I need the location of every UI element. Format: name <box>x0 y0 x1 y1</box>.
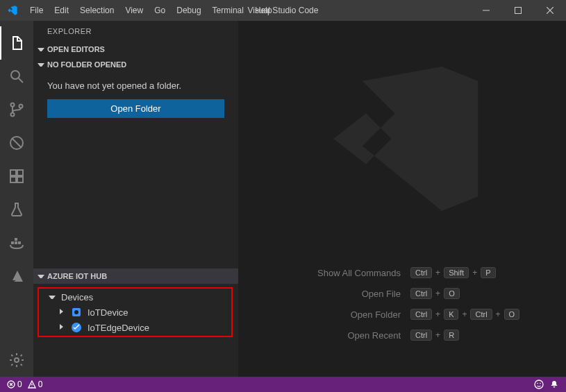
devices-label: Devices <box>61 292 93 302</box>
activity-extensions[interactable] <box>0 160 33 193</box>
svg-rect-14 <box>15 238 17 241</box>
activity-explorer[interactable] <box>0 26 33 60</box>
warning-icon <box>28 380 36 389</box>
svg-rect-10 <box>17 170 23 176</box>
menu-file[interactable]: File <box>24 0 49 21</box>
chevron-down-icon <box>49 293 56 300</box>
key: Ctrl <box>410 330 432 341</box>
vscode-logo-icon <box>0 0 24 21</box>
key: O <box>504 309 520 320</box>
shortcut-row: Show All CommandsCtrl+Shift+P <box>255 267 549 278</box>
open-editors-label: OPEN EDITORS <box>47 45 105 53</box>
plus-separator: + <box>435 309 440 319</box>
menu-debug[interactable]: Debug <box>171 0 206 21</box>
svg-rect-12 <box>15 241 17 244</box>
status-errors[interactable]: 0 <box>7 380 22 389</box>
tree-node-devices[interactable]: Devices <box>39 289 231 305</box>
shortcut-keys: Ctrl+K+Ctrl+O <box>410 309 549 320</box>
flask-icon <box>8 201 25 218</box>
svg-point-17 <box>74 310 78 314</box>
status-feedback[interactable] <box>534 380 544 389</box>
section-azure-iot-hub[interactable]: AZURE IOT HUB <box>33 269 238 284</box>
bell-icon <box>549 380 559 389</box>
svg-point-5 <box>19 105 23 108</box>
status-bar: 0 0 <box>0 377 566 392</box>
status-warnings[interactable]: 0 <box>28 380 43 389</box>
tree-node-iot-edge-device[interactable]: IoTEdgeDevice <box>39 320 231 335</box>
window-title: Visual Studio Code <box>248 6 319 15</box>
menu-selection[interactable]: Selection <box>74 0 119 21</box>
shortcut-keys: Ctrl+R <box>410 330 549 341</box>
plus-separator: + <box>435 289 440 298</box>
svg-rect-7 <box>10 170 16 176</box>
menu-terminal[interactable]: Terminal <box>207 0 249 21</box>
menu-go[interactable]: Go <box>149 0 171 21</box>
no-folder-label: NO FOLDER OPENED <box>47 60 126 69</box>
key: K <box>444 309 458 320</box>
azure-tree: Devices IoTDevice IoTEdgeDevice <box>33 284 238 342</box>
gear-icon <box>8 352 25 368</box>
plus-separator: + <box>435 330 440 340</box>
activity-docker[interactable] <box>0 226 33 259</box>
activity-search[interactable] <box>0 60 33 93</box>
smiley-icon <box>534 380 544 389</box>
shortcut-row: Open FolderCtrl+K+Ctrl+O <box>255 309 549 320</box>
key: P <box>481 267 495 278</box>
minimize-button[interactable] <box>470 0 502 21</box>
activity-azure[interactable] <box>0 259 33 293</box>
activity-settings[interactable] <box>0 343 33 377</box>
activity-source-control[interactable] <box>0 93 33 126</box>
search-icon <box>8 68 25 85</box>
tree-node-iot-device[interactable]: IoTDevice <box>39 305 231 320</box>
branch-icon <box>8 101 25 118</box>
menu-bar: File Edit Selection View Go Debug Termin… <box>24 0 278 21</box>
key: Ctrl <box>410 309 432 320</box>
menu-view[interactable]: View <box>119 0 149 21</box>
error-icon <box>7 380 15 389</box>
shortcut-label: Open Recent <box>255 330 401 341</box>
shortcut-keys: Ctrl+Shift+P <box>410 267 549 278</box>
devices-highlight: Devices IoTDevice IoTEdgeDevice <box>38 287 233 337</box>
section-open-editors[interactable]: OPEN EDITORS <box>33 42 238 57</box>
chevron-down-icon <box>38 61 44 68</box>
error-count: 0 <box>17 380 22 389</box>
status-notifications[interactable] <box>549 380 559 389</box>
plus-separator: + <box>472 268 477 278</box>
menu-edit[interactable]: Edit <box>49 0 74 21</box>
title-bar: File Edit Selection View Go Debug Termin… <box>0 0 566 21</box>
plus-separator: + <box>435 268 440 278</box>
svg-point-20 <box>535 380 543 389</box>
svg-point-22 <box>540 383 541 384</box>
svg-rect-13 <box>18 241 21 244</box>
svg-rect-11 <box>11 241 14 244</box>
editor-area: Show All CommandsCtrl+Shift+POpen FileCt… <box>238 21 566 377</box>
activity-bar <box>0 21 33 377</box>
key: Ctrl <box>410 267 432 278</box>
shortcut-label: Open File <box>255 289 401 299</box>
explorer-sidebar: EXPLORER OPEN EDITORS NO FOLDER OPENED Y… <box>33 21 238 377</box>
chevron-right-icon <box>58 309 65 316</box>
activity-debug[interactable] <box>0 126 33 160</box>
shortcut-row: Open RecentCtrl+R <box>255 330 549 341</box>
plus-separator: + <box>462 309 467 319</box>
svg-rect-8 <box>10 177 16 182</box>
chevron-down-icon <box>38 273 44 280</box>
plus-separator: + <box>496 309 501 319</box>
shortcuts-list: Show All CommandsCtrl+Shift+POpen FileCt… <box>238 267 566 341</box>
svg-rect-9 <box>17 177 23 182</box>
svg-rect-1 <box>515 8 522 14</box>
sidebar-title: EXPLORER <box>33 21 238 42</box>
open-folder-button[interactable]: Open Folder <box>47 99 224 118</box>
device-icon <box>71 307 82 318</box>
key: R <box>444 330 459 341</box>
activity-test[interactable] <box>0 193 33 226</box>
close-button[interactable] <box>534 0 566 21</box>
svg-point-21 <box>537 383 538 384</box>
section-no-folder[interactable]: NO FOLDER OPENED <box>33 57 238 72</box>
maximize-button[interactable] <box>502 0 534 21</box>
files-icon <box>8 35 25 51</box>
vscode-watermark-icon <box>312 49 492 232</box>
svg-point-2 <box>11 71 19 79</box>
shortcut-keys: Ctrl+O <box>410 288 549 299</box>
window-controls <box>470 0 566 21</box>
